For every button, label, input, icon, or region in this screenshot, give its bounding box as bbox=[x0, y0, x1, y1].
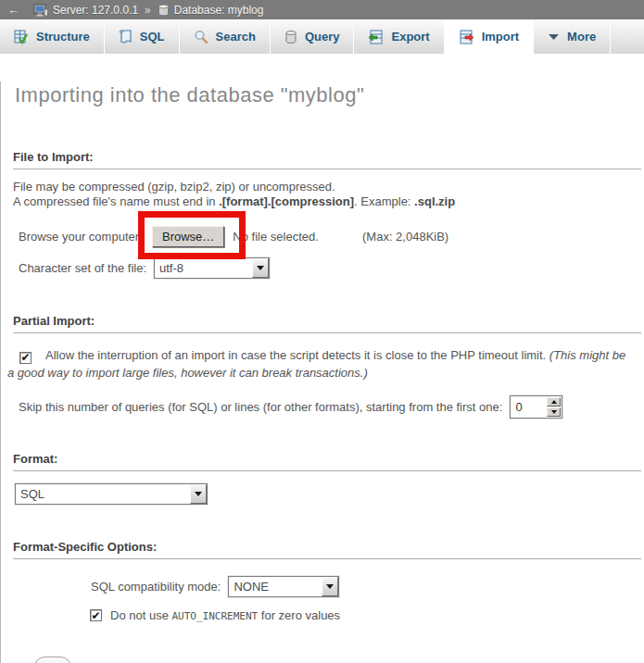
tab-label: More bbox=[567, 30, 596, 44]
allow-interruption-row: ✔Allow the interruption of an import in … bbox=[7, 346, 636, 382]
allow-interruption-label: Allow the interruption of an import in c… bbox=[45, 348, 549, 362]
skip-queries-row: Skip this number of queries (for SQL) or… bbox=[1, 395, 644, 419]
tab-label: Structure bbox=[36, 30, 90, 44]
tab-export[interactable]: Export bbox=[354, 19, 444, 54]
sql-compatibility-label: SQL compatibility mode: bbox=[91, 580, 221, 594]
query-icon bbox=[284, 30, 297, 44]
browse-label: Browse your computer: bbox=[19, 230, 152, 244]
charset-select[interactable]: utf-8 bbox=[154, 257, 270, 279]
format-selected-value: SQL bbox=[16, 484, 190, 504]
search-icon bbox=[194, 30, 208, 44]
compression-help-text: File may be compressed (gzip, bzip2, zip… bbox=[13, 180, 635, 209]
charset-label: Character set of the file: bbox=[19, 261, 154, 275]
tab-search[interactable]: Search bbox=[180, 19, 271, 54]
go-button[interactable]: Go bbox=[33, 657, 72, 663]
skip-queries-value: 0 bbox=[511, 396, 546, 418]
auto-increment-checkbox[interactable]: ✔ bbox=[90, 609, 102, 621]
section-title-partial-import: Partial Import: bbox=[13, 314, 641, 333]
auto-increment-code: AUTO_INCREMENT bbox=[172, 610, 259, 622]
server-icon bbox=[33, 4, 48, 17]
tab-more[interactable]: More bbox=[534, 19, 611, 54]
breadcrumb-separator: » bbox=[145, 4, 151, 17]
browse-row: Browse your computer: Browse… No file se… bbox=[1, 225, 644, 248]
skip-queries-label: Skip this number of queries (for SQL) or… bbox=[19, 400, 502, 414]
breadcrumb-server[interactable]: Server: 127.0.0.1 bbox=[53, 4, 138, 17]
max-size-text: (Max: 2,048KiB) bbox=[362, 230, 448, 244]
auto-increment-row: ✔ Do not use AUTO_INCREMENT for zero val… bbox=[1, 607, 644, 623]
skip-queries-spinner bbox=[546, 396, 562, 418]
sql-compatibility-select[interactable]: NONE bbox=[228, 576, 339, 597]
tab-bar: Structure SQL Search Query Export Import bbox=[0, 19, 644, 54]
page-title: Importing into the database "myblog" bbox=[15, 81, 644, 109]
compression-line2-prefix: A compressed file's name must end in bbox=[13, 194, 219, 208]
charset-row: Character set of the file: utf-8 bbox=[1, 256, 644, 279]
sql-icon bbox=[119, 30, 133, 44]
spinner-down-button[interactable] bbox=[547, 407, 561, 417]
format-row: SQL bbox=[1, 483, 644, 505]
back-arrow-icon[interactable]: ← bbox=[7, 3, 19, 17]
skip-queries-input[interactable]: 0 bbox=[510, 395, 562, 419]
chevron-down-icon bbox=[548, 33, 560, 41]
sql-compatibility-value: NONE bbox=[229, 577, 322, 596]
tab-label: SQL bbox=[140, 30, 165, 44]
tab-structure[interactable]: Structure bbox=[0, 19, 105, 54]
format-dropdown-arrow-icon[interactable] bbox=[190, 484, 207, 504]
browse-button[interactable]: Browse… bbox=[152, 226, 224, 247]
section-title-format: Format: bbox=[13, 452, 641, 471]
charset-selected-value: utf-8 bbox=[155, 258, 252, 278]
tab-import[interactable]: Import bbox=[445, 19, 534, 54]
section-title-file-to-import: File to Import: bbox=[13, 150, 641, 169]
tab-label: Search bbox=[216, 30, 256, 44]
allow-interruption-checkbox[interactable]: ✔ bbox=[19, 352, 32, 364]
section-title-format-specific-options: Format-Specific Options: bbox=[13, 540, 641, 559]
auto-increment-prefix: Do not use bbox=[110, 608, 172, 622]
breadcrumb-database[interactable]: Database: myblog bbox=[174, 4, 264, 17]
tab-label: Import bbox=[482, 30, 519, 44]
auto-increment-suffix: for zero values bbox=[258, 608, 340, 622]
compression-example: .sql.zip bbox=[414, 194, 455, 208]
tab-query[interactable]: Query bbox=[271, 19, 355, 54]
import-page: Importing into the database "myblog" Fil… bbox=[0, 81, 644, 663]
breadcrumb-bar: ← Server: 127.0.0.1 » Database: myblog bbox=[0, 0, 644, 19]
compression-line2-mid: . Example: bbox=[354, 194, 414, 208]
sql-compatibility-row: SQL compatibility mode: NONE bbox=[1, 575, 644, 597]
compression-format-pattern: .[format].[compression] bbox=[219, 194, 354, 208]
format-select[interactable]: SQL bbox=[15, 483, 208, 505]
charset-dropdown-arrow-icon[interactable] bbox=[252, 258, 269, 278]
no-file-selected-text: No file selected. bbox=[233, 230, 319, 244]
structure-icon bbox=[14, 30, 29, 44]
compression-line1: File may be compressed (gzip, bzip2, zip… bbox=[13, 180, 335, 194]
spinner-up-button[interactable] bbox=[547, 397, 561, 407]
export-icon bbox=[368, 30, 384, 44]
database-icon bbox=[158, 4, 170, 17]
tab-sql[interactable]: SQL bbox=[105, 19, 180, 54]
tab-label: Query bbox=[305, 30, 340, 44]
tab-label: Export bbox=[391, 30, 429, 44]
import-icon bbox=[459, 30, 474, 44]
auto-increment-label: Do not use AUTO_INCREMENT for zero value… bbox=[110, 608, 340, 622]
sql-compatibility-dropdown-arrow-icon[interactable] bbox=[322, 577, 338, 596]
